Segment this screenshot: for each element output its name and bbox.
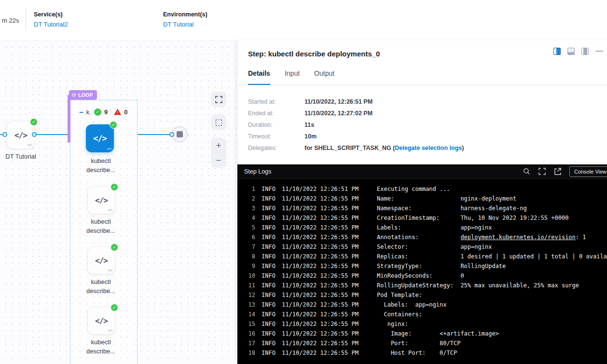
code-icon: </>	[95, 316, 108, 325]
step-node[interactable]: </> </> ✓	[87, 307, 115, 335]
connector-dot	[2, 132, 7, 137]
canvas-select-button[interactable]	[211, 115, 226, 130]
warning-icon: !	[114, 109, 121, 115]
detail-label: Started at:	[248, 98, 304, 105]
code-small-icon: </>	[108, 329, 112, 333]
log-output[interactable]: 1INFO11/10/2022 12:26:51 PMExecuting com…	[237, 179, 607, 364]
log-line: 1INFO11/10/2022 12:26:51 PMExecuting com…	[237, 184, 607, 194]
connector-dot	[169, 132, 174, 137]
layout-right-view-icon[interactable]	[581, 48, 589, 55]
step-node[interactable]: </> </> ✓	[87, 246, 115, 274]
panel-layout-controls: —	[553, 47, 603, 55]
delegate-selection-logs-link[interactable]: Delegate selection logs	[395, 145, 462, 151]
success-count: 9	[104, 108, 108, 116]
tab-output[interactable]: Output	[314, 69, 334, 85]
loop-badge: ⟳ LOOP	[69, 90, 97, 100]
loop-badge-label: LOOP	[78, 93, 93, 98]
collapse-icon[interactable]: −	[79, 108, 83, 116]
panel-minimize-icon[interactable]: —	[595, 47, 603, 55]
success-badge-icon: ✓	[110, 304, 118, 311]
search-icon[interactable]	[523, 168, 531, 175]
detail-row: Started at: 11/10/2022, 12:26:51 PM	[248, 96, 607, 108]
log-line: 4INFO11/10/2022 12:26:55 PMCreationTimes…	[237, 213, 607, 223]
tab-input[interactable]: Input	[285, 69, 300, 85]
log-line: 5INFO11/10/2022 12:26:55 PMLabels: app=n…	[237, 223, 607, 232]
log-line: 10INFO11/10/2022 12:26:55 PMMinReadySeco…	[237, 271, 607, 281]
log-line: 6INFO11/10/2022 12:26:55 PMAnnotations: …	[237, 232, 607, 242]
detail-row: Ended at: 11/10/2022, 12:27:02 PM	[248, 108, 607, 119]
detail-value: 11/10/2022, 12:27:02 PM	[304, 110, 372, 117]
detail-value: for SHELL_SCRIPT_TASK_NG (Delegate selec…	[304, 145, 464, 151]
stage-node-label: DT Tutorial	[0, 153, 47, 160]
step-details-panel: Step: kubectl describe deployments_0 — D…	[237, 40, 607, 364]
elapsed-time: m 22s	[2, 17, 19, 24]
detail-row: Timeout: 10m	[248, 131, 607, 142]
count-divider	[110, 108, 111, 115]
app-root: m 22s Service(s) DT Tutorial2 Environmen…	[0, 0, 607, 364]
code-small-icon: </>	[27, 143, 32, 147]
annotation-revision-link[interactable]: deployment.kubernetes.io/revision	[460, 234, 575, 241]
console-view-button[interactable]: Console View	[569, 166, 607, 177]
execution-topbar: m 22s Service(s) DT Tutorial2 Environmen…	[0, 0, 607, 41]
code-icon: </>	[93, 134, 107, 143]
step-node-label: kubectldescribe...	[77, 217, 125, 235]
loop-indicator-bar	[68, 94, 70, 143]
code-icon: </>	[14, 131, 27, 140]
fail-count: 0	[124, 108, 127, 116]
step-node-label: kubectldescribe...	[77, 277, 125, 296]
log-line: 16INFO11/10/2022 12:26:55 PM Image: <+ar…	[237, 329, 607, 338]
detail-value: 11s	[304, 121, 314, 128]
layout-split-view-icon[interactable]	[553, 48, 561, 55]
detail-label: Timeout:	[248, 133, 304, 140]
open-in-new-icon[interactable]	[554, 168, 562, 175]
step-node[interactable]: </> </> ✓	[87, 186, 115, 214]
service-link[interactable]: DT Tutorial2	[34, 21, 68, 28]
code-small-icon: </>	[107, 147, 111, 151]
log-line: 7INFO11/10/2022 12:26:55 PMSelector: app…	[237, 242, 607, 252]
loop-header: − k. ✓ 9 ! 0	[79, 108, 127, 116]
step-logs-header: Step Logs Console View	[237, 164, 607, 179]
zoom-in-button[interactable]: +	[211, 138, 226, 153]
environment-link[interactable]: DT Tutorial	[163, 21, 207, 28]
canvas-fullscreen-button[interactable]	[211, 92, 226, 107]
loop-icon: ⟳	[72, 93, 76, 98]
code-small-icon: </>	[108, 269, 112, 272]
log-line: 18INFO11/10/2022 12:26:55 PM Host Port: …	[237, 348, 607, 358]
step-logs-actions: Console View	[523, 166, 607, 177]
code-icon: </>	[95, 256, 108, 265]
loop-step-name: k.	[86, 108, 91, 116]
log-line: 15INFO11/10/2022 12:26:55 PM nginx:	[237, 319, 607, 329]
layout-bottom-view-icon[interactable]	[567, 48, 575, 55]
log-line: 11INFO11/10/2022 12:26:55 PMRollingUpdat…	[237, 281, 607, 290]
log-line: 3INFO11/10/2022 12:26:55 PMNamespace: ha…	[237, 203, 607, 213]
logs-fullscreen-icon[interactable]	[538, 168, 546, 175]
success-badge-icon: ✓	[110, 121, 117, 129]
zoom-out-button[interactable]: −	[211, 153, 226, 168]
tab-details[interactable]: Details	[248, 69, 270, 85]
step-node-selected[interactable]: </> </> ✓	[86, 124, 114, 152]
step-logs-title: Step Logs	[244, 168, 271, 175]
detail-value: 11/10/2022, 12:26:51 PM	[304, 98, 372, 105]
environments-group: Environment(s) DT Tutorial	[163, 11, 207, 28]
stop-icon	[177, 131, 183, 137]
environments-label: Environment(s)	[163, 11, 207, 18]
services-label: Service(s)	[34, 11, 68, 18]
step-node-label: kubectldescribe...	[77, 156, 125, 175]
step-node-label: kubectldescribe...	[77, 337, 125, 356]
detail-row: Duration: 11s	[248, 119, 607, 131]
stage-node-dt-tutorial[interactable]: </> </> ✓	[7, 121, 35, 149]
log-line: 9INFO11/10/2022 12:26:55 PMStrategyType:…	[237, 261, 607, 271]
success-count-icon: ✓	[94, 108, 101, 116]
log-line: 17INFO11/10/2022 12:26:55 PM Port: 80/TC…	[237, 338, 607, 348]
log-line: 12INFO11/10/2022 12:26:55 PMPod Template…	[237, 290, 607, 300]
detail-row-delegates: Delegates: for SHELL_SCRIPT_TASK_NG (Del…	[248, 142, 607, 154]
details-section: Started at: 11/10/2022, 12:26:51 PM Ende…	[237, 85, 607, 154]
topbar-divider	[26, 9, 26, 31]
code-small-icon: </>	[108, 208, 112, 212]
panel-title: Step: kubectl describe deployments_0	[248, 50, 380, 58]
pipeline-canvas[interactable]: </> </> ✓ DT Tutorial ⟳ LOOP − k. ✓ 9 ! …	[0, 40, 237, 364]
detail-label: Delegates:	[248, 145, 304, 151]
log-line: 13INFO11/10/2022 12:26:55 PM Labels: app…	[237, 300, 607, 310]
detail-value: 10m	[304, 133, 317, 140]
panel-header: Step: kubectl describe deployments_0 —	[237, 40, 607, 69]
